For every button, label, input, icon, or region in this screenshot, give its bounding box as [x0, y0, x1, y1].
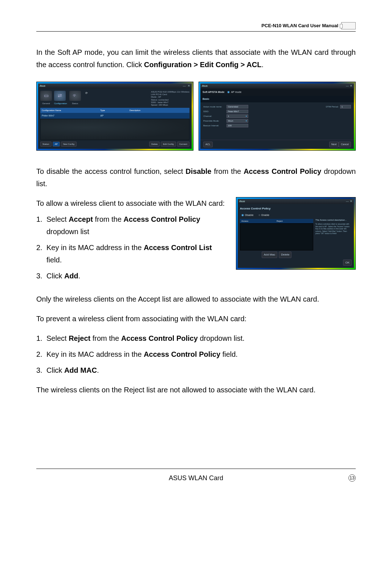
ap-mode-radio[interactable]: AP mode	[227, 90, 241, 95]
screenshot-edit-config: /isus —✕ Soft AP/STA Mode AP mode Basic …	[199, 82, 356, 151]
minimize-icon[interactable]: —	[346, 200, 349, 203]
card-info: ASUS PCE-N10 150Mbps 11n Wireless LAN PC…	[151, 91, 189, 106]
page-header: PCE-N10 WLAN Card User Manual	[36, 22, 356, 32]
acl-columns: AccessReject	[240, 219, 313, 223]
intro-bold: Configuration > Edit Config > ACL	[144, 61, 262, 69]
basic-section: Basic	[200, 96, 354, 102]
mode-row: Soft AP/STA Mode AP mode	[200, 89, 354, 96]
list-area	[40, 119, 189, 140]
titlebar: /isus —✕	[200, 83, 354, 89]
prevent-after: The wireless clients on the Reject list …	[36, 384, 356, 396]
tab-general[interactable]: ▭ General	[40, 91, 52, 105]
dtim-input[interactable]: 1	[340, 105, 351, 109]
allow-steps: 1. Select Accept from the Access Control…	[36, 213, 229, 282]
screenshot-acl-policy: /isus —✕ Access Control Policy Disable E…	[236, 197, 356, 270]
delete-button[interactable]: Delete	[149, 142, 160, 147]
acl-footer: ACL Next Cancel	[200, 140, 354, 149]
list-row-selected[interactable]: Peter-Win7AP	[40, 113, 189, 119]
connect-button[interactable]: Connect	[177, 142, 189, 147]
list-header: Configuration NameTypeDescription	[40, 108, 189, 113]
intro-paragraph: In the Soft AP mode, you can limit the w…	[36, 46, 356, 71]
window-controls: — ✕	[182, 83, 190, 89]
enable-radio[interactable]: Enable	[258, 213, 269, 218]
acl-description: The Access control description... To all…	[315, 219, 352, 258]
list-item: 2. Key in its MAC address in the Access …	[36, 241, 229, 266]
page-number: 13	[348, 474, 356, 482]
cancel-button[interactable]: Cancel	[339, 142, 351, 147]
ap-button[interactable]: AP	[53, 142, 60, 147]
disable-radio[interactable]: Disable	[241, 213, 253, 218]
screenshot-row: /isus — ✕ ▭ General ⇄ Configur	[36, 82, 356, 151]
next-button[interactable]: Next	[329, 142, 339, 147]
new-config-button[interactable]: New Config	[61, 142, 77, 147]
acl-policy-title: Access Control Policy	[240, 206, 352, 211]
allow-after: Only the wireless clients on the Accept …	[36, 293, 356, 305]
asus-logo: /isus	[202, 83, 208, 89]
screenshot-config-list: /isus — ✕ ▭ General ⇄ Configur	[36, 82, 193, 151]
intro-post: .	[261, 61, 264, 69]
list-item: 1. Select Reject from the Access Control…	[36, 332, 356, 344]
header-title: PCE-N10 WLAN Card User Manual	[261, 22, 338, 30]
status-icon: ᯤ	[73, 91, 78, 100]
asus-logo: /isus	[239, 199, 245, 204]
config-icon: ⇄	[58, 91, 62, 100]
station-button[interactable]: Station	[40, 142, 52, 147]
list-item: 1. Select Accept from the Access Control…	[36, 213, 229, 238]
list-item: 3. Click Add.	[36, 270, 229, 282]
wlan-card-icon	[341, 22, 356, 29]
close-icon[interactable]: ✕	[350, 200, 352, 203]
list-item: 3. Click Add MAC.	[36, 364, 356, 376]
general-icon: ▭	[44, 91, 49, 100]
list-item: 2. Key in its MAC address in the Access …	[36, 348, 356, 360]
minimize-icon[interactable]: —	[346, 84, 349, 87]
beacon-input[interactable]: 100	[226, 124, 248, 127]
asus-logo: /isus	[40, 83, 45, 89]
close-icon[interactable]: ✕	[350, 84, 352, 87]
prevent-intro: To prevent a wireless client from associ…	[36, 313, 356, 325]
page-footer: ASUS WLAN Card 13	[36, 469, 356, 484]
disable-paragraph: To disable the access control function, …	[36, 165, 356, 190]
allow-intro: To allow a wireless client to associate …	[36, 197, 229, 209]
action-name-input[interactable]: Generated	[226, 105, 248, 109]
footer-text: ASUS WLAN Card	[169, 473, 223, 484]
acl-button[interactable]: ACL	[203, 142, 213, 147]
ok-button[interactable]: OK	[343, 260, 352, 266]
tab-status[interactable]: ᯤ Status	[69, 91, 81, 105]
channel-dropdown[interactable]: 1	[226, 114, 248, 118]
close-icon[interactable]: ✕	[188, 84, 190, 87]
delete-mac-button[interactable]: Delete	[279, 252, 291, 258]
refresh-icon[interactable]: ⟳	[85, 91, 88, 96]
minimize-icon[interactable]: —	[183, 84, 186, 87]
edit-config-button[interactable]: Edit Config	[161, 142, 176, 147]
add-mac-button[interactable]: Add Mac	[262, 252, 278, 258]
acl-list-box	[240, 223, 313, 250]
preamble-dropdown[interactable]: Short	[226, 119, 248, 123]
prevent-steps: 1. Select Reject from the Access Control…	[36, 332, 356, 376]
ssid-input[interactable]: Peter-Win7	[226, 110, 248, 113]
titlebar: /isus — ✕	[38, 83, 192, 89]
tab-configuration[interactable]: ⇄ Configuration	[54, 91, 67, 105]
